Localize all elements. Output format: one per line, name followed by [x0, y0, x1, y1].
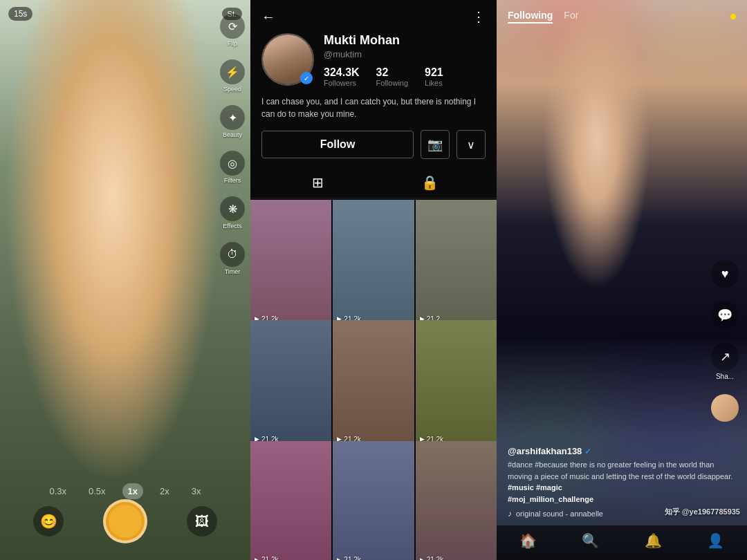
small-avatar-wrap[interactable] [711, 394, 739, 422]
flip-control[interactable]: ⟳ Flip [220, 14, 245, 47]
emoji-button[interactable]: 😊 [33, 506, 64, 536]
video-thumb-8[interactable]: ▶ 21.2k [333, 441, 414, 560]
bio: I can chase you, and I can catch you, bu… [250, 95, 497, 130]
speed-control[interactable]: ⚡ Speed [220, 59, 245, 93]
left-panel: 15s St. ⟳ Flip ⚡ Speed ✦ Beauty ◎ Filter… [0, 0, 250, 560]
instagram-button[interactable]: 📷 [421, 130, 450, 159]
beauty-icon: ✦ [220, 105, 245, 130]
nav-profile[interactable]: 👤 [707, 532, 724, 549]
speed-label: Speed [223, 86, 241, 93]
share-wrap[interactable]: ↗ Sha... [711, 343, 739, 380]
girl-silhouette [0, 0, 250, 560]
follow-button[interactable]: Follow [261, 131, 414, 158]
play-icon: ▶ [420, 557, 425, 560]
avatar-wrap: ✓ [261, 33, 314, 86]
hashtag-moj: #moj_million_challenge [508, 495, 593, 503]
effects-control[interactable]: ❋ Effects [220, 196, 245, 230]
action-row: Follow 📷 ∨ [250, 130, 497, 167]
profile-tabs: ⊞ 🔒 [250, 167, 497, 198]
creator-name-row: @arshifakhan138 ✓ [508, 446, 736, 456]
tab-for[interactable]: For [564, 10, 578, 24]
camera-top-bar: 15s St. [0, 0, 250, 28]
filters-label: Filters [224, 177, 241, 184]
profile-header: ← ⋮ [250, 0, 497, 33]
video-thumb-6[interactable]: ▶ 21.2k [416, 320, 497, 447]
followers-num: 324.3K [324, 66, 360, 79]
likes-stat: 921 Likes [425, 66, 443, 87]
tab-following[interactable]: Following [508, 10, 553, 24]
watermark: 知乎 @ye1967785935 [665, 507, 740, 517]
beauty-control[interactable]: ✦ Beauty [220, 105, 245, 138]
video-thumb-7[interactable]: ▶ 21.2k [250, 441, 331, 560]
music-note-icon: ♪ [508, 509, 512, 519]
followers-label: Followers [324, 79, 356, 87]
like-icon: ♥ [711, 260, 739, 288]
video-count-8: ▶ 21.2k [337, 556, 360, 560]
profile-text: Mukti Mohan @muktim 324.3K Followers 32 … [324, 33, 486, 87]
filters-icon: ◎ [220, 151, 245, 176]
following-num: 32 [376, 66, 389, 79]
dot-indicator [730, 14, 736, 19]
camera-controls: ⟳ Flip ⚡ Speed ✦ Beauty ◎ Filters ❋ Effe… [220, 14, 245, 275]
video-thumb-3[interactable]: ▶ 21.2 [416, 200, 497, 326]
more-button[interactable]: ⋮ [472, 8, 486, 25]
stats-row: 324.3K Followers 32 Following 921 Likes [324, 66, 486, 87]
reel-side-icons: ♥ 💬 ↗ Sha... [711, 260, 739, 422]
following-label: Following [376, 79, 408, 87]
caption-text: #dance #because there is no greater feel… [508, 460, 732, 480]
video-count-9: ▶ 21.2k [420, 556, 443, 560]
profile-panel: ← ⋮ ✓ Mukti Mohan @muktim 324.3K Followe… [250, 0, 497, 560]
heart-lock-icon: 🔒 [421, 174, 439, 191]
nav-notifications[interactable]: 🔔 [645, 532, 662, 549]
gallery-button[interactable]: 🖼 [187, 506, 217, 536]
creator-handle: @arshifakhan138 [508, 446, 582, 456]
capture-button[interactable] [103, 499, 147, 543]
handle: @muktim [324, 49, 486, 59]
share-icon: ↗ [711, 343, 739, 371]
tab-liked[interactable]: 🔒 [374, 167, 486, 198]
comment-wrap[interactable]: 💬 [711, 301, 739, 329]
camera-bottom-controls: 😊 🖼 [0, 489, 250, 560]
timer-icon: ⏱ [220, 242, 245, 267]
video-grid: ▶ 21.2k ▶ 21.2k ▶ 21.2 ▶ 21.2k ▶ [250, 200, 497, 560]
reel-caption: #dance #because there is no greater feel… [508, 459, 736, 505]
username: Mukti Mohan [324, 33, 486, 48]
nav-home[interactable]: 🏠 [519, 532, 537, 549]
instagram-icon: 📷 [427, 137, 443, 152]
video-thumb-5[interactable]: ▶ 21.2k [333, 320, 414, 447]
expand-button[interactable]: ∨ [456, 130, 486, 159]
beauty-label: Beauty [223, 131, 242, 138]
following-tab: Following For [508, 10, 578, 24]
filters-control[interactable]: ◎ Filters [220, 151, 245, 184]
speed-icon: ⚡ [220, 59, 245, 84]
sound-name: original sound - annabelle [516, 510, 603, 518]
tab-videos[interactable]: ⊞ [261, 167, 374, 198]
timer-badge: 15s [8, 7, 33, 21]
like-wrap[interactable]: ♥ [711, 260, 739, 288]
reel-panel: Following For ♥ 💬 ↗ Sha... @arshifakhan1… [497, 0, 747, 560]
nav-discover[interactable]: 🔍 [582, 532, 599, 549]
effects-label: Effects [223, 223, 241, 230]
play-icon: ▶ [337, 557, 342, 560]
share-label: Sha... [716, 373, 734, 380]
timer-label: Timer [225, 268, 241, 275]
grid-icon: ⊞ [312, 174, 324, 191]
likes-num: 921 [425, 66, 443, 79]
back-button[interactable]: ← [261, 9, 275, 25]
reel-top-bar: Following For [497, 0, 747, 33]
video-thumb-2[interactable]: ▶ 21.2k [333, 200, 414, 326]
flip-label: Flip [228, 40, 238, 47]
bottom-nav: 🏠 🔍 🔔 👤 [497, 525, 747, 560]
verified-icon: ✓ [584, 447, 591, 456]
hashtag-music: #music #magic [508, 483, 562, 492]
video-thumb-9[interactable]: ▶ 21.2k [416, 441, 497, 560]
effects-icon: ❋ [220, 196, 245, 221]
comment-icon: 💬 [711, 301, 739, 329]
followers-stat: 324.3K Followers [324, 66, 360, 87]
flip-icon: ⟳ [220, 14, 245, 39]
timer-control[interactable]: ⏱ Timer [220, 242, 245, 275]
video-thumb-1[interactable]: ▶ 21.2k [250, 200, 331, 326]
chevron-down-icon: ∨ [467, 138, 475, 151]
video-thumb-4[interactable]: ▶ 21.2k [250, 320, 331, 447]
profile-info: ✓ Mukti Mohan @muktim 324.3K Followers 3… [250, 33, 497, 95]
